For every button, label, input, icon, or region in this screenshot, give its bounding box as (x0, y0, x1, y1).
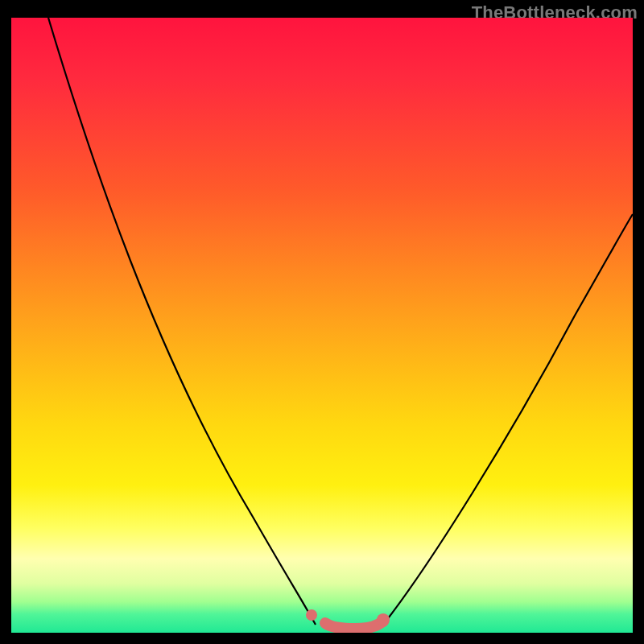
chart-frame: TheBottleneck.com (0, 0, 644, 644)
right-curve (383, 214, 633, 625)
plot-area (11, 18, 633, 633)
curve-layer (11, 18, 633, 633)
bottom-band (325, 621, 383, 629)
right-dot (377, 613, 390, 626)
left-dot (306, 609, 317, 621)
left-curve (48, 18, 316, 625)
